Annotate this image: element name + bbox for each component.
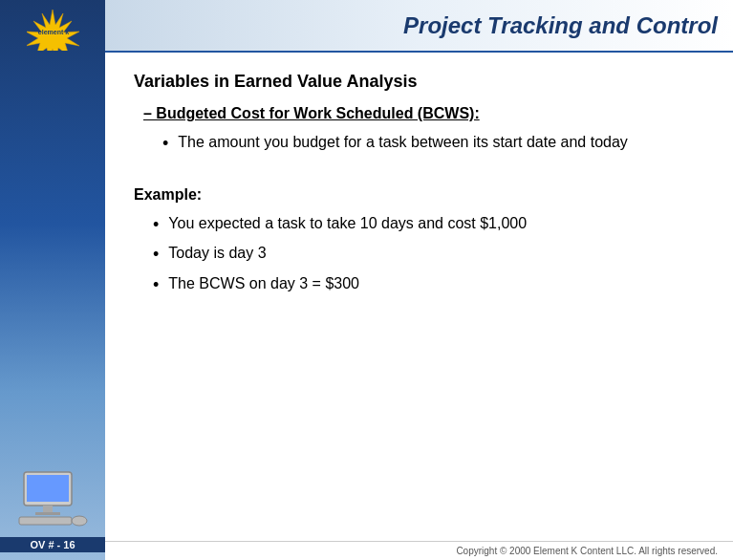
computer-icon (14, 467, 91, 529)
copyright-text: Copyright © 2000 Element K Content LLC. … (456, 546, 718, 556)
bullet-dot-2: • (153, 213, 159, 237)
svg-point-7 (72, 516, 87, 526)
logo-icon: element k (27, 8, 79, 51)
bullet-text-1: The amount you budget for a task between… (178, 132, 628, 153)
svg-rect-3 (27, 475, 69, 502)
svg-rect-4 (43, 506, 53, 513)
bullet-item-4: • The BCWS on day 3 = $300 (153, 273, 704, 297)
svg-text:element k: element k (37, 29, 68, 35)
slide-number: OV # - 16 (0, 537, 105, 552)
bullet-text-3: Today is day 3 (168, 243, 266, 264)
bullet-item-3: • Today is day 3 (153, 243, 704, 267)
content-area: Variables in Earned Value Analysis – Bud… (105, 53, 733, 541)
bullet-dot-3: • (153, 243, 159, 267)
bullet-item-2: • You expected a task to take 10 days an… (153, 213, 704, 237)
main-content: Project Tracking and Control Variables i… (105, 0, 733, 560)
header: Project Tracking and Control (105, 0, 733, 53)
footer: Copyright © 2000 Element K Content LLC. … (105, 541, 733, 560)
logo-area: element k (0, 0, 105, 58)
sidebar: element k OV # - 16 (0, 0, 105, 560)
computer-icon-area (10, 464, 96, 531)
subsection-title: – Budgeted Cost for Work Scheduled (BCWS… (143, 105, 704, 122)
example-section: Example: • You expected a task to take 1… (134, 186, 704, 303)
section-title: Variables in Earned Value Analysis (134, 72, 704, 92)
bullet-item-1: • The amount you budget for a task betwe… (162, 132, 704, 156)
bullet-dot-4: • (153, 273, 159, 297)
example-title: Example: (134, 186, 704, 204)
svg-rect-5 (35, 512, 60, 515)
subsection: – Budgeted Cost for Work Scheduled (BCWS… (143, 105, 704, 162)
bullet-text-4: The BCWS on day 3 = $300 (168, 273, 359, 294)
bullet-text-2: You expected a task to take 10 days and … (168, 213, 527, 234)
header-title: Project Tracking and Control (403, 12, 718, 39)
bullet-dot-1: • (162, 132, 168, 156)
svg-rect-6 (19, 517, 72, 525)
